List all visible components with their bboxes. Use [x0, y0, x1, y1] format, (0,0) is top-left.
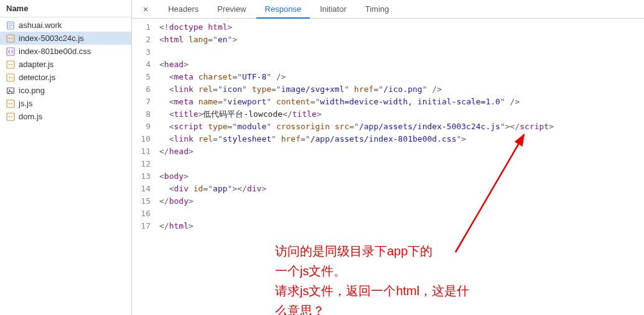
- response-body[interactable]: 1234567891011121314151617 <!doctype html…: [132, 19, 644, 315]
- line-number: 1: [132, 21, 151, 34]
- file-name: index-801be00d.css: [19, 47, 91, 56]
- sidebar-header[interactable]: Name: [0, 0, 131, 17]
- code-line: [159, 208, 644, 220]
- svg-point-13: [11, 77, 12, 78]
- svg-rect-11: [7, 74, 14, 81]
- line-gutter: 1234567891011121314151617: [132, 21, 159, 315]
- file-name: ashuai.work: [19, 21, 62, 30]
- line-number: 9: [132, 121, 151, 133]
- code-line: </body>: [159, 195, 644, 208]
- line-number: 6: [132, 83, 151, 96]
- svg-point-12: [9, 77, 10, 78]
- line-number: 12: [132, 158, 151, 170]
- img-file-icon: [6, 86, 15, 95]
- file-name: detector.js: [19, 73, 55, 82]
- file-item[interactable]: dom.js: [0, 110, 131, 123]
- close-icon[interactable]: ×: [137, 2, 154, 17]
- svg-rect-19: [7, 113, 14, 121]
- code-line: [159, 158, 644, 170]
- tab-headers[interactable]: Headers: [159, 1, 207, 17]
- line-number: 3: [132, 46, 151, 58]
- code-line: [159, 46, 644, 58]
- svg-point-6: [11, 38, 12, 39]
- code-line: <!doctype html>: [159, 21, 644, 34]
- js-file-icon: [6, 73, 15, 82]
- file-item[interactable]: index-5003c24c.js: [0, 32, 131, 45]
- line-number: 11: [132, 145, 151, 158]
- line-number: 5: [132, 71, 151, 83]
- file-name: ico.png: [19, 86, 45, 95]
- svg-rect-8: [7, 61, 14, 68]
- doc-file-icon: [6, 21, 15, 30]
- file-name: adapter.js: [19, 60, 54, 69]
- line-number: 13: [132, 170, 151, 183]
- code-line: <body>: [159, 170, 644, 183]
- code-line: <script type="module" crossorigin src="/…: [159, 121, 644, 133]
- svg-rect-7: [7, 48, 14, 55]
- svg-point-9: [9, 64, 10, 65]
- line-number: 15: [132, 195, 151, 208]
- file-item[interactable]: ashuai.work: [0, 19, 131, 32]
- code-line: <link rel="icon" type="image/svg+xml" hr…: [159, 83, 644, 96]
- line-number: 8: [132, 108, 151, 121]
- tab-timing[interactable]: Timing: [357, 1, 398, 17]
- svg-point-18: [11, 103, 12, 104]
- code-lines: <!doctype html><html lang="en"><head> <m…: [159, 21, 644, 315]
- svg-point-17: [9, 103, 10, 104]
- svg-rect-4: [7, 35, 14, 42]
- code-line: </html>: [159, 220, 644, 232]
- file-name: index-5003c24c.js: [19, 34, 84, 43]
- response-tabs: × HeadersPreviewResponseInitiatorTiming: [132, 0, 644, 19]
- line-number: 14: [132, 183, 151, 195]
- code-line: </head>: [159, 145, 644, 158]
- line-number: 4: [132, 58, 151, 71]
- file-list: ashuai.workindex-5003c24c.jsindex-801be0…: [0, 17, 131, 124]
- line-number: 2: [132, 34, 151, 46]
- file-item[interactable]: ico.png: [0, 84, 131, 97]
- js-file-icon: [6, 112, 15, 121]
- line-number: 10: [132, 133, 151, 145]
- tab-initiator[interactable]: Initiator: [311, 1, 355, 17]
- line-number: 16: [132, 208, 151, 220]
- svg-point-20: [9, 116, 10, 117]
- file-name: js.js: [19, 99, 32, 108]
- js-file-icon: [6, 60, 15, 69]
- code-line: <meta name="viewport" content="width=dev…: [159, 96, 644, 108]
- line-number: 17: [132, 220, 151, 232]
- code-line: <html lang="en">: [159, 34, 644, 46]
- file-item[interactable]: adapter.js: [0, 58, 131, 71]
- svg-point-5: [9, 38, 10, 39]
- js-file-icon: [6, 34, 15, 43]
- css-file-icon: [6, 47, 15, 56]
- code-line: <div id="app"></div>: [159, 183, 644, 195]
- file-item[interactable]: js.js: [0, 97, 131, 110]
- line-number: 7: [132, 96, 151, 108]
- code-line: <head>: [159, 58, 644, 71]
- file-item[interactable]: index-801be00d.css: [0, 45, 131, 58]
- code-line: <title>低代码平台-lowcode</title>: [159, 108, 644, 121]
- tab-response[interactable]: Response: [256, 1, 310, 19]
- network-sidebar: Name ashuai.workindex-5003c24c.jsindex-8…: [0, 0, 132, 315]
- main-panel: × HeadersPreviewResponseInitiatorTiming …: [132, 0, 644, 315]
- code-line: <meta charset="UTF-8" />: [159, 71, 644, 83]
- tab-preview[interactable]: Preview: [208, 1, 254, 17]
- file-item[interactable]: detector.js: [0, 71, 131, 84]
- file-name: dom.js: [19, 112, 42, 121]
- code-line: <link rel="stylesheet" href="/app/assets…: [159, 133, 644, 145]
- js-file-icon: [6, 99, 15, 108]
- svg-point-10: [11, 64, 12, 65]
- svg-rect-16: [7, 100, 14, 107]
- svg-point-21: [11, 116, 12, 117]
